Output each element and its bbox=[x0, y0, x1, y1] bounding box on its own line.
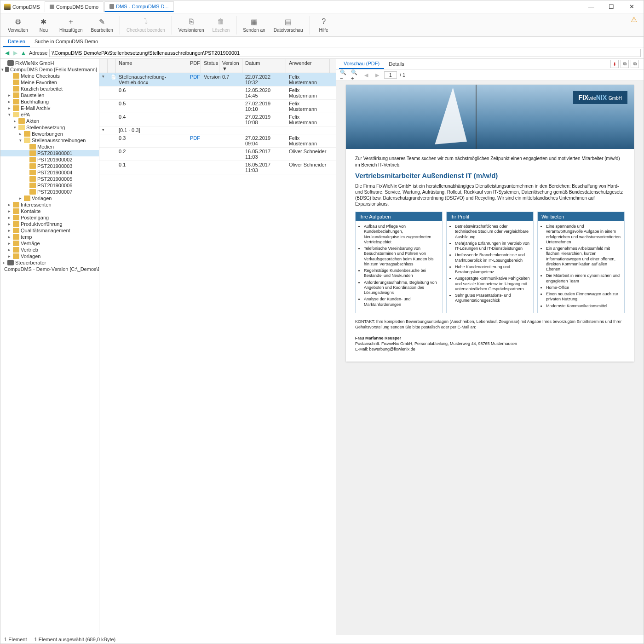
folder-icon bbox=[29, 163, 36, 169]
tree-node[interactable]: CompuDMS - Demo-Version [C:\_Demos\Demo-… bbox=[0, 266, 99, 272]
col-pdf[interactable]: PDF bbox=[187, 59, 201, 73]
preview-tab[interactable]: Vorschau (PDF) bbox=[339, 59, 384, 69]
zoom-out-icon[interactable]: 🔍− bbox=[340, 71, 348, 79]
next-page-icon[interactable]: ▶ bbox=[373, 71, 381, 79]
nav-back-icon[interactable]: ◀ bbox=[3, 49, 11, 57]
tree-node[interactable]: ▸Vertrieb bbox=[0, 247, 99, 253]
tree-node[interactable]: ▾CompuDMS Demo [Felix Mustermann] bbox=[0, 66, 99, 73]
detach2-icon[interactable]: ⧉ bbox=[631, 60, 639, 68]
list-item: Telefonische Vereinbarung von Besuchster… bbox=[364, 246, 439, 267]
tree-node[interactable]: ▸Produktvorführung bbox=[0, 221, 99, 227]
close-button[interactable]: ✕ bbox=[623, 1, 640, 12]
hinzufuegen-button[interactable]: ＋Hinzufügen bbox=[56, 15, 86, 34]
neu-button[interactable]: ✱Neu bbox=[33, 15, 55, 34]
warning-icon[interactable]: ⚠ bbox=[631, 15, 637, 24]
tree-node[interactable]: ▸Vorlagen bbox=[0, 195, 99, 201]
tree-node[interactable]: PST201900006 bbox=[0, 182, 99, 189]
tree-node[interactable]: ▾ePA bbox=[0, 111, 99, 118]
col-name[interactable]: Name bbox=[116, 59, 187, 73]
tree-node[interactable]: PST201900005 bbox=[0, 176, 99, 182]
loeschen-button[interactable]: 🗑Löschen bbox=[208, 15, 233, 34]
tree-node[interactable]: ▸Steuerberater bbox=[0, 259, 99, 266]
tree-node[interactable]: ▾Stellenbesetzung bbox=[0, 124, 99, 131]
tree-node[interactable]: ▸Kontakte bbox=[0, 208, 99, 214]
tree-node[interactable]: ▸Qualitätsmanagement bbox=[0, 227, 99, 234]
hilfe-button[interactable]: ?Hilfe bbox=[313, 15, 335, 34]
list-item: Ein angenehmes Arbeitsumfeld mit flachen… bbox=[546, 246, 621, 272]
minimize-button[interactable]: — bbox=[583, 1, 599, 12]
col-user[interactable]: Anwender bbox=[286, 59, 330, 73]
nav-up-icon[interactable]: ▲ bbox=[20, 49, 27, 57]
tree-node[interactable]: Meine Favoriten bbox=[0, 79, 99, 86]
detach-icon[interactable]: ⧉ bbox=[621, 60, 629, 68]
tree-node[interactable]: ▸temp bbox=[0, 234, 99, 240]
col-version[interactable]: Version ▼ bbox=[219, 59, 242, 73]
tree-node[interactable]: ▸Vorlagen bbox=[0, 253, 99, 259]
tree-node[interactable]: Meine Checkouts bbox=[0, 73, 99, 79]
table-row[interactable]: 0.3PDF27.02.2019 09:04Felix Mustermann bbox=[99, 134, 336, 148]
table-row[interactable]: 0.612.05.2020 14:45Felix Mustermann bbox=[99, 86, 336, 100]
tree-node[interactable]: ▸Buchhaltung bbox=[0, 98, 99, 105]
address-input[interactable] bbox=[49, 49, 641, 57]
versionieren-button[interactable]: ⎘Versionieren bbox=[175, 15, 208, 34]
folder-icon bbox=[24, 131, 30, 137]
window-tab[interactable]: CompuDMS Demo bbox=[45, 1, 104, 12]
verwalten-button[interactable]: ⚙Verwalten bbox=[4, 15, 32, 34]
dateivorschau-button[interactable]: ▤Dateivorschau bbox=[270, 15, 307, 34]
doc-title: Vertriebsmitarbeiter Außendienst IT (m/w… bbox=[355, 172, 625, 179]
tree-node[interactable]: PST201900001 bbox=[0, 150, 99, 156]
folder-icon bbox=[29, 183, 36, 188]
subtab[interactable]: Suche in CompuDMS Demo bbox=[30, 37, 103, 47]
tree-node[interactable]: Kürzlich bearbeitet bbox=[0, 86, 99, 92]
table-row[interactable]: 0.527.02.2019 10:10Felix Mustermann bbox=[99, 100, 336, 113]
titlebar: CompuDMS CompuDMS DemoDMS - CompuDMS D..… bbox=[0, 0, 644, 13]
tree-node[interactable]: ▾Stellenausschreibungen bbox=[0, 137, 99, 144]
tree-node[interactable]: ▸E-Mail Archiv bbox=[0, 105, 99, 111]
status-count: 1 Element bbox=[4, 637, 27, 642]
folder-icon bbox=[7, 260, 14, 265]
checkout-button[interactable]: ⤵Checkout beenden bbox=[123, 15, 169, 34]
sendenan-button[interactable]: ▦Senden an bbox=[239, 15, 269, 34]
page-input[interactable]: 1 bbox=[384, 71, 397, 79]
tree-node[interactable]: ▸Verträge bbox=[0, 240, 99, 247]
folder-icon bbox=[29, 176, 36, 182]
table-row[interactable]: ▾📄Stellenauschreibung-Vertrieb.docxPDFVe… bbox=[99, 73, 336, 86]
window-tab[interactable]: DMS - CompuDMS D... bbox=[104, 1, 173, 12]
tree-node[interactable]: ▸Akten bbox=[0, 118, 99, 124]
pdf-icon[interactable]: ⬇ bbox=[610, 60, 619, 68]
tree-node[interactable]: FixWieNix GmbH bbox=[0, 60, 99, 66]
verwalten-icon: ⚙ bbox=[12, 16, 23, 27]
folder-icon bbox=[29, 150, 36, 156]
tree-node[interactable]: Medien bbox=[0, 144, 99, 150]
zoom-in-icon[interactable]: 🔍+ bbox=[351, 71, 359, 79]
prev-page-icon[interactable]: ◀ bbox=[362, 71, 370, 79]
nav-forward-icon[interactable]: ▶ bbox=[12, 49, 19, 57]
folder-tree[interactable]: FixWieNix GmbH▾CompuDMS Demo [Felix Must… bbox=[0, 59, 99, 635]
table-row[interactable]: ▾[0.1 - 0.3] bbox=[99, 126, 336, 134]
list-item: Mehrjährige Erfahrungen im Vertrieb von … bbox=[455, 241, 530, 252]
subtab[interactable]: Dateien bbox=[3, 37, 30, 47]
folder-icon bbox=[5, 67, 9, 72]
col2-title: Ihr Profil bbox=[447, 212, 533, 221]
bearbeiten-button[interactable]: ✎Bearbeiten bbox=[87, 15, 117, 34]
tree-node[interactable]: PST201900004 bbox=[0, 169, 99, 176]
file-grid[interactable]: Name PDF Status Version ▼ Datum Anwender… bbox=[99, 59, 336, 635]
tree-node[interactable]: PST201900002 bbox=[0, 156, 99, 163]
preview-tab[interactable]: Details bbox=[384, 59, 409, 69]
table-row[interactable]: 0.427.02.2019 10:08Felix Mustermann bbox=[99, 113, 336, 126]
folder-icon bbox=[13, 241, 19, 246]
tree-node[interactable]: ▸Interessenten bbox=[0, 201, 99, 208]
tree-node[interactable]: ▸Posteingang bbox=[0, 214, 99, 221]
col-status[interactable]: Status bbox=[201, 59, 219, 73]
doc-desc: Die Firma FixWieNix GmbH ist ein herstel… bbox=[355, 183, 625, 207]
tree-node[interactable]: ▸Bewerbungen bbox=[0, 131, 99, 137]
col-date[interactable]: Datum bbox=[242, 59, 286, 73]
app-logo-icon bbox=[4, 4, 11, 10]
tree-node[interactable]: ▸Baustellen bbox=[0, 92, 99, 98]
folder-icon bbox=[13, 73, 19, 79]
table-row[interactable]: 0.116.05.2017 11:03Oliver Schneider bbox=[99, 161, 336, 174]
tree-node[interactable]: PST201900007 bbox=[0, 189, 99, 195]
maximize-button[interactable]: ☐ bbox=[603, 1, 620, 12]
tree-node[interactable]: PST201900003 bbox=[0, 163, 99, 169]
table-row[interactable]: 0.216.05.2017 11:03Oliver Schneider bbox=[99, 148, 336, 161]
